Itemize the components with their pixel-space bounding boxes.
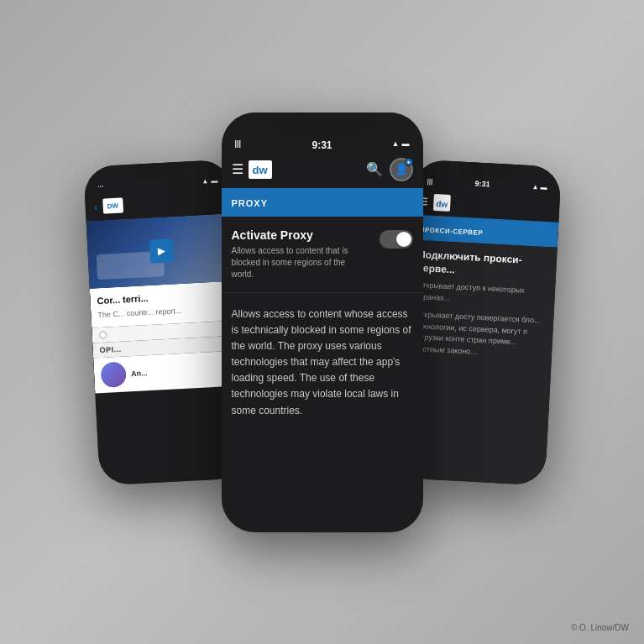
signal-right: |||	[427, 176, 432, 184]
time-center[interactable]: 9:31	[312, 139, 332, 151]
notch-left	[127, 161, 186, 178]
battery-right: ▬	[540, 183, 547, 191]
proxy-toggle[interactable]	[380, 230, 413, 249]
dw-logo-badge-right: dw	[432, 193, 450, 211]
notch-right	[458, 161, 517, 178]
search-icon[interactable]: 🔍	[366, 161, 383, 177]
phones-container: ··· ▲ ▬ ‹ DW	[75, 113, 570, 532]
news-block: Cor... terri... The C... countr... repor…	[89, 280, 238, 327]
battery-center: ▬	[402, 139, 410, 148]
battery-left: ▬	[211, 176, 217, 184]
indicator-dot	[98, 330, 107, 339]
time-right: 9:31	[474, 179, 490, 188]
right-desc2: Открывает досту повергается бло... Техно…	[412, 309, 545, 361]
proxy-body-text: Allows access to content whose access is…	[222, 293, 423, 432]
activate-text: Activate Proxy Allows access to content …	[232, 228, 362, 280]
play-button[interactable]: ▶	[149, 238, 173, 263]
dw-logo-text: dw	[253, 164, 268, 176]
avatar-icon[interactable]: 👤 ●	[390, 158, 413, 181]
signal-center: |||	[235, 139, 242, 148]
notification-badge: ●	[405, 158, 413, 166]
news-image-left: ▶	[86, 213, 236, 288]
screen-center: ||| 9:31 ▲ ▬ ☰ dw 🔍	[222, 113, 423, 532]
wifi-right: ▲	[531, 182, 538, 190]
proxy-bar-label-right: ПРОКСИ-СЕРВЕР	[419, 226, 483, 237]
opinion-thumb	[100, 361, 127, 388]
opinion-row: An...	[93, 350, 242, 393]
phone-center: ||| 9:31 ▲ ▬ ☰ dw 🔍	[222, 113, 423, 532]
opinion-text-left: An...	[130, 369, 147, 378]
hamburger-icon[interactable]: ☰	[232, 161, 243, 177]
dw-logo-right-container: ☰ dw	[418, 193, 450, 212]
dw-logo-badge: dw	[249, 160, 272, 179]
dw-logo-container: ☰ dw	[232, 160, 272, 179]
dw-logo-text-right: dw	[436, 199, 448, 209]
activate-proxy-row: Activate Proxy Allows access to content …	[222, 217, 423, 293]
activate-description: Allows access to content that is blocked…	[232, 245, 362, 280]
wifi-left: ▲	[202, 177, 208, 185]
header-icons-center: 🔍 👤 ●	[366, 158, 413, 181]
notch-center	[268, 113, 377, 136]
dw-header-center: ☰ dw 🔍 👤 ●	[222, 151, 423, 188]
right-desc1: Открывает доступ к некоторых странах...	[416, 280, 547, 309]
back-button-left[interactable]: ‹	[93, 200, 98, 213]
dw-logo-left: DW	[107, 202, 118, 210]
right-title: Подключить прокси-серве...	[416, 249, 547, 281]
proxy-bar-label: PROXY	[232, 198, 269, 208]
scene: ··· ▲ ▬ ‹ DW	[0, 0, 644, 644]
copyright-text: © O. Linow/DW	[571, 623, 629, 632]
wifi-center: ▲	[392, 139, 400, 148]
signal-left: ···	[97, 182, 103, 190]
activate-title: Activate Proxy	[232, 228, 362, 242]
proxy-bar-center: PROXY	[222, 188, 423, 217]
